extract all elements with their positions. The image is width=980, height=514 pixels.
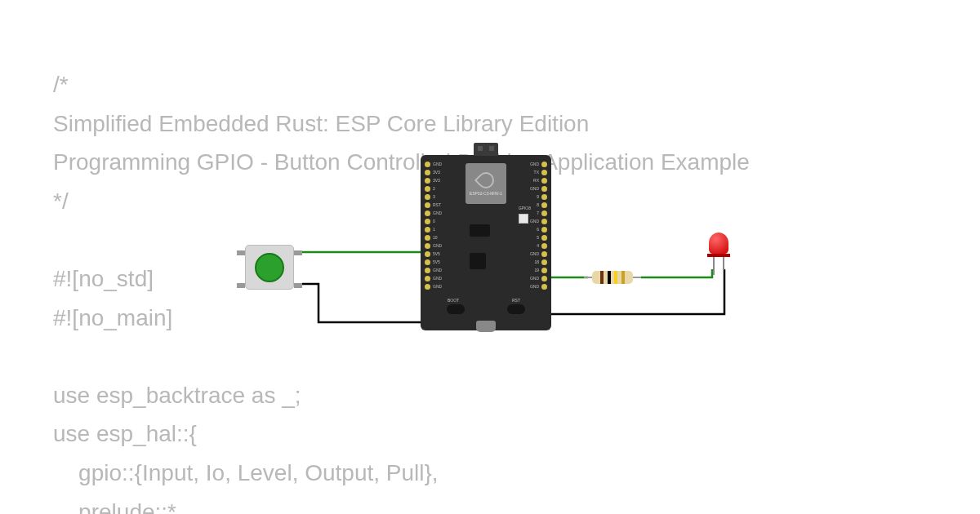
pin: [541, 268, 547, 273]
resistor-lead: [633, 277, 641, 278]
boot-button[interactable]: [447, 304, 465, 314]
button-cap: [255, 253, 284, 282]
code-line: */: [53, 188, 69, 214]
led-bulb: [709, 233, 728, 254]
pin-labels-right: GNDTXRXGND987GND654GND1819GNDGND: [530, 162, 539, 290]
pin: [425, 259, 430, 265]
esp32-chip: ESP32-C3-MINI-1: [466, 163, 506, 204]
reset-button[interactable]: [507, 304, 525, 314]
pin: [541, 170, 547, 175]
button-leg: [294, 283, 302, 288]
pin-label: 1: [433, 227, 442, 233]
resistor-band-3: [614, 271, 617, 284]
pin-label: 8: [530, 202, 539, 208]
pin-label: RX: [530, 178, 539, 184]
voltage-regulator: [470, 224, 490, 237]
pin: [425, 276, 430, 281]
pin-label: GND: [530, 251, 539, 257]
pin: [541, 210, 547, 216]
code-line: /*: [53, 72, 69, 97]
pin: [541, 162, 547, 167]
chip-label: ESP32-C3-MINI-1: [470, 191, 502, 196]
antenna-connector: [474, 143, 498, 156]
pin-label: GND: [433, 243, 442, 249]
pin: [425, 202, 430, 208]
boot-label: BOOT: [448, 298, 459, 303]
pin-label: 3V3: [433, 170, 442, 175]
pin: [541, 243, 547, 249]
resistor-band-2: [608, 271, 611, 284]
pin: [425, 235, 430, 241]
pin: [541, 235, 547, 241]
pin: [425, 186, 430, 192]
pin-label: GND: [530, 162, 539, 167]
usb-port-icon: [476, 321, 496, 332]
small-chip: [470, 253, 486, 269]
pin-label: TX: [530, 170, 539, 175]
pin-label: 4: [530, 243, 539, 249]
resistor-band-1: [600, 271, 604, 284]
button-leg: [294, 250, 302, 255]
wire-resistor-led: [641, 269, 712, 277]
resistor[interactable]: [584, 269, 641, 286]
pin-label: 10: [433, 235, 442, 241]
pin-label: 5V5: [433, 251, 442, 257]
code-line: prelude::*,: [53, 499, 183, 514]
wire-button-gnd: [302, 284, 426, 322]
pin: [541, 194, 547, 200]
pin: [541, 202, 547, 208]
code-line: use esp_hal::{: [53, 421, 197, 446]
pin: [425, 251, 430, 257]
pin-label: 3: [433, 194, 442, 200]
pin-label: 0: [433, 219, 442, 224]
code-line: Simplified Embedded Rust: ESP Core Libra…: [53, 111, 589, 136]
code-line: use esp_backtrace as _;: [53, 383, 301, 408]
rst-label: RST: [512, 298, 520, 303]
pin: [425, 162, 430, 167]
pin-header-right: [541, 162, 547, 290]
pin-label: 7: [530, 210, 539, 216]
circuit-diagram: ESP32-C3-MINI-1 GND3V33V323RSTGND0110GND…: [237, 163, 768, 351]
pin: [425, 268, 430, 273]
pin-label: 5V5: [433, 259, 442, 265]
pin-label: 3V3: [433, 178, 442, 184]
resistor-body: [592, 271, 633, 284]
pin-label: GND: [433, 210, 442, 216]
led-anode: [713, 257, 715, 275]
pin-label: GND: [433, 162, 442, 167]
pin: [425, 170, 430, 175]
led-cathode: [723, 257, 724, 270]
resistor-lead: [584, 277, 592, 278]
esp32-c3-board[interactable]: ESP32-C3-MINI-1 GND3V33V323RSTGND0110GND…: [421, 155, 551, 330]
pin-label: 5: [530, 235, 539, 241]
pin: [425, 284, 430, 290]
pin-label: GND: [433, 284, 442, 290]
red-led[interactable]: [706, 233, 731, 273]
pin-label: GND: [433, 268, 442, 273]
button-leg: [237, 250, 245, 255]
button-leg: [237, 283, 245, 288]
pin: [425, 194, 430, 200]
pin: [541, 178, 547, 184]
pin-header-left: [425, 162, 430, 290]
pin: [541, 227, 547, 233]
pin-label: 19: [530, 268, 539, 273]
pin: [541, 186, 547, 192]
pin: [541, 219, 547, 224]
pin-label: GND: [530, 219, 539, 224]
pin-label: 6: [530, 227, 539, 233]
pin-label: 9: [530, 194, 539, 200]
push-button[interactable]: [237, 241, 302, 294]
resistor-band-4: [621, 271, 625, 284]
gpio8-label: GPIO8: [519, 206, 531, 210]
pin: [425, 178, 430, 184]
led-base: [707, 254, 730, 257]
code-line: gpio::{Input, Io, Level, Output, Pull},: [53, 460, 439, 485]
pin-label: GND: [433, 276, 442, 281]
pin: [541, 276, 547, 281]
pin-label: 18: [530, 259, 539, 265]
pin: [425, 219, 430, 224]
code-line: #![no_main]: [53, 305, 172, 330]
pin: [541, 259, 547, 265]
pin: [425, 210, 430, 216]
